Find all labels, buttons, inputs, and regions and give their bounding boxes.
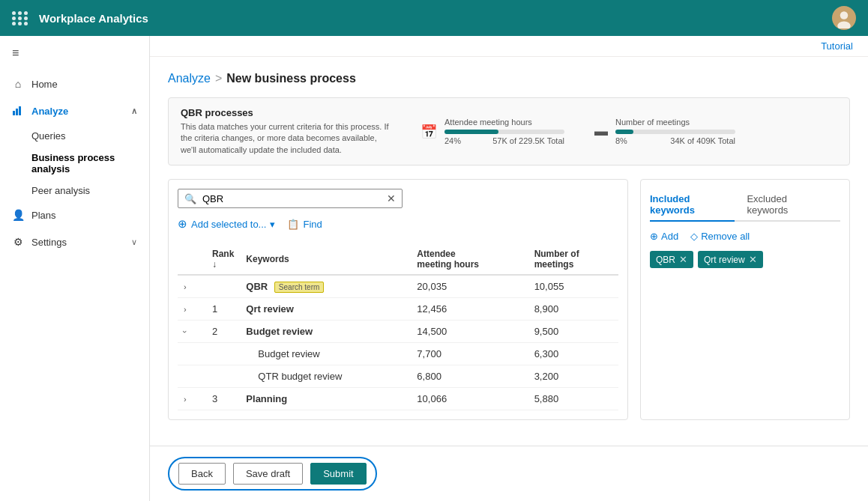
remove-all-label: Remove all bbox=[701, 231, 750, 242]
hours-cell: 10,066 bbox=[411, 388, 528, 410]
table-header-row: Rank ↓ Keywords Attendeemeeting hours Nu… bbox=[178, 244, 618, 275]
svg-rect-4 bbox=[16, 109, 18, 115]
settings-icon: ⚙ bbox=[12, 236, 24, 248]
search-icon: 🔍 bbox=[184, 193, 196, 204]
right-panel: Included keywords Excluded keywords ⊕ Ad… bbox=[640, 179, 850, 420]
svg-rect-5 bbox=[19, 106, 21, 115]
meetings-cell: 5,880 bbox=[528, 388, 618, 410]
sidebar-item-analyze[interactable]: Analyze ∧ bbox=[0, 97, 149, 125]
search-bar[interactable]: 🔍 ✕ bbox=[178, 189, 403, 208]
dropdown-icon: ▾ bbox=[270, 219, 275, 230]
table-row: Budget review 7,700 6,300 bbox=[178, 343, 618, 365]
th-attendee-hours[interactable]: Attendeemeeting hours bbox=[411, 244, 528, 275]
rank-cell: 2 bbox=[206, 321, 240, 343]
search-term-badge: Search term bbox=[274, 282, 324, 293]
calendar-icon: 📅 bbox=[421, 124, 437, 140]
tag-qbr-remove[interactable]: ✕ bbox=[679, 254, 687, 265]
th-num-meetings[interactable]: Number ofmeetings bbox=[528, 244, 618, 275]
footer: Back Save draft Submit bbox=[150, 446, 868, 501]
metric1-label: Attendee meeting hours bbox=[444, 118, 564, 127]
metric1-progress-bar bbox=[444, 130, 564, 134]
add-label: Add bbox=[661, 231, 678, 242]
breadcrumb: Analyze > New business process bbox=[168, 72, 850, 85]
keyword-cell: Planning bbox=[240, 388, 411, 410]
search-input[interactable] bbox=[202, 193, 381, 204]
metric1-percent: 24% bbox=[444, 136, 461, 145]
back-button[interactable]: Back bbox=[178, 463, 226, 485]
find-button[interactable]: 📋 Find bbox=[287, 219, 322, 230]
app-title: Workplace Analytics bbox=[39, 12, 832, 25]
add-keyword-button[interactable]: ⊕ Add bbox=[650, 231, 678, 242]
tag-qbr-label: QBR bbox=[656, 255, 675, 265]
add-selected-label: Add selected to... bbox=[191, 219, 266, 230]
analyze-icon bbox=[12, 105, 24, 118]
add-selected-button[interactable]: ⊕ Add selected to... ▾ bbox=[178, 217, 275, 231]
remove-icon: ◇ bbox=[690, 231, 698, 242]
clear-search-icon[interactable]: ✕ bbox=[387, 192, 396, 204]
rank-cell: 3 bbox=[206, 388, 240, 410]
rank-cell bbox=[206, 275, 240, 298]
keyword-cell: QBR Search term bbox=[240, 275, 411, 298]
rank-cell bbox=[206, 365, 240, 388]
expand-icon[interactable]: › bbox=[184, 305, 187, 314]
tutorial-link[interactable]: Tutorial bbox=[821, 40, 853, 52]
find-label: Find bbox=[303, 219, 322, 230]
svg-rect-3 bbox=[13, 111, 15, 115]
sidebar-item-queries[interactable]: Queries bbox=[31, 125, 149, 147]
table-row: QTR budget review 6,800 3,200 bbox=[178, 365, 618, 388]
find-icon: 📋 bbox=[287, 219, 299, 230]
meetings-cell: 3,200 bbox=[528, 365, 618, 388]
th-rank[interactable]: Rank ↓ bbox=[206, 244, 240, 275]
keyword-cell: Budget review bbox=[240, 321, 411, 343]
keywords-tabs: Included keywords Excluded keywords bbox=[650, 189, 840, 222]
rank-cell: 1 bbox=[206, 298, 240, 321]
sidebar: ≡ ⌂ Home Analyze ∧ Queries Business proc… bbox=[0, 36, 150, 501]
app-grid-icon[interactable] bbox=[12, 11, 28, 25]
meetings-cell: 8,900 bbox=[528, 298, 618, 321]
expand-icon[interactable]: › bbox=[184, 395, 187, 404]
th-keywords[interactable]: Keywords bbox=[240, 244, 411, 275]
expand-icon[interactable]: › bbox=[184, 282, 187, 291]
meetings-icon: ▬ bbox=[594, 124, 608, 139]
breadcrumb-parent[interactable]: Analyze bbox=[168, 72, 211, 85]
meetings-cell: 9,500 bbox=[528, 321, 618, 343]
sidebar-toggle[interactable]: ≡ bbox=[0, 36, 149, 70]
remove-all-button[interactable]: ◇ Remove all bbox=[690, 231, 750, 242]
sidebar-item-settings[interactable]: ⚙ Settings ∨ bbox=[0, 228, 149, 255]
plans-icon: 👤 bbox=[12, 209, 24, 221]
chevron-down-icon: ∨ bbox=[131, 237, 137, 247]
keyword-cell: Qrt review bbox=[240, 298, 411, 321]
expand-icon[interactable]: › bbox=[181, 330, 190, 333]
sidebar-item-home[interactable]: ⌂ Home bbox=[0, 70, 149, 97]
sidebar-label-analyze: Analyze bbox=[31, 106, 68, 117]
main-content: Tutorial Analyze > New business process … bbox=[150, 36, 868, 501]
tag-qrt-remove[interactable]: ✕ bbox=[749, 254, 757, 265]
keyword-cell: QTR budget review bbox=[240, 365, 411, 388]
process-info-text: QBR processes This data matches your cur… bbox=[181, 107, 391, 156]
tutorial-bar: Tutorial bbox=[150, 36, 868, 57]
th-expand bbox=[178, 244, 206, 275]
chevron-up-icon: ∧ bbox=[131, 106, 137, 116]
breadcrumb-separator: > bbox=[215, 72, 222, 85]
sidebar-label-home: Home bbox=[31, 79, 58, 90]
tab-included-keywords[interactable]: Included keywords bbox=[650, 189, 735, 222]
sidebar-item-business-process[interactable]: Business process analysis bbox=[31, 147, 149, 180]
sidebar-item-plans[interactable]: 👤 Plans bbox=[0, 201, 149, 228]
save-draft-button[interactable]: Save draft bbox=[233, 463, 303, 485]
topbar: Workplace Analytics bbox=[0, 0, 868, 36]
metric2-sub: 8% 34K of 409K Total bbox=[615, 136, 735, 145]
rank-cell bbox=[206, 343, 240, 365]
home-icon: ⌂ bbox=[12, 78, 24, 90]
keyword-cell: Budget review bbox=[240, 343, 411, 365]
tag-qrt-review: Qrt review ✕ bbox=[698, 251, 763, 268]
tag-qbr: QBR ✕ bbox=[650, 251, 693, 268]
submit-button[interactable]: Submit bbox=[310, 463, 366, 485]
metric2-label: Number of meetings bbox=[615, 118, 735, 127]
hours-cell: 7,700 bbox=[411, 343, 528, 365]
metric1-total: 57K of 229.5K Total bbox=[492, 136, 564, 145]
table-row: › QBR Search term 20,035 10,055 bbox=[178, 275, 618, 298]
sidebar-item-peer-analysis[interactable]: Peer analysis bbox=[31, 180, 149, 201]
avatar[interactable] bbox=[832, 6, 856, 30]
sidebar-label-queries: Queries bbox=[31, 130, 66, 142]
tab-excluded-keywords[interactable]: Excluded keywords bbox=[747, 189, 828, 222]
